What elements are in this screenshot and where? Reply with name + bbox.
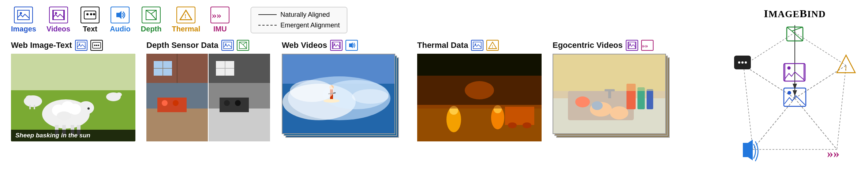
svg-point-24 [98,45,99,46]
images-label: Images [11,25,36,33]
svg-text:!: ! [492,44,493,49]
svg-point-43 [116,92,122,97]
videos-label: Videos [46,25,70,33]
dashed-line [258,25,277,26]
videos-icon [49,7,68,23]
svg-point-37 [57,111,71,120]
svg-point-139 [741,61,744,64]
section-header-web-videos: Web Videos [282,40,406,51]
svg-point-1 [20,12,22,14]
imagebind-svg: ! »» [733,23,857,177]
section-egocentric-videos: Egocentric Videos »» [553,40,677,141]
depth-gray-image [209,54,270,141]
section-title-web-image-text: Web Image-Text [11,41,72,50]
audio-label: Audio [110,25,131,33]
section-title-egocentric: Egocentric Videos [553,41,623,50]
svg-rect-110 [647,89,653,109]
svg-marker-136 [743,140,753,160]
web-videos-images [282,54,406,141]
svg-point-8 [86,13,89,15]
svg-point-82 [323,99,340,103]
svg-point-83 [290,80,334,102]
svg-rect-0 [18,10,29,20]
imagebind-b-text: B [800,7,807,19]
text-icon [81,7,100,23]
text-label: Text [83,25,97,33]
section-header-web-image-text: Web Image-Text [11,40,135,51]
svg-rect-4 [53,10,64,20]
svg-rect-44 [224,42,232,49]
depth-color-image [146,54,208,141]
svg-point-3 [55,12,57,14]
svg-point-36 [69,104,81,115]
solid-line [258,14,277,15]
svg-line-49 [243,45,247,49]
section-web-videos: Web Videos [282,40,406,141]
svg-rect-100 [628,42,636,49]
svg-point-114 [575,96,590,107]
depth-icon [142,7,161,23]
imu-icon: »» [210,7,229,23]
section-title-web-videos: Web Videos [282,41,327,50]
svg-point-29 [87,107,90,110]
svg-line-14 [151,10,156,14]
section-web-image-text: Web Image-Text [11,40,135,141]
legend-box: Naturally Aligned Emergent Alignment [251,7,347,33]
section-header-egocentric: Egocentric Videos »» [553,40,677,51]
thermal-label: Thermal [172,25,200,33]
svg-line-131 [792,27,803,31]
svg-line-15 [151,14,156,20]
svg-line-121 [744,65,795,98]
imagebind-title-text: I [764,7,768,19]
svg-rect-25 [11,54,135,90]
svg-rect-61 [209,109,270,141]
svg-text:»»: »» [642,42,648,49]
section-icon-image [75,40,87,51]
imagebind-diagram: IMAGEBIND ! »» [733,7,857,183]
section-thermal-data: Thermal Data ! [417,40,542,141]
svg-text:»»: »» [827,147,839,160]
section-icon-image-thermal [471,40,483,51]
modality-imu: »» IMU [210,7,229,33]
svg-rect-40 [29,105,31,109]
svg-rect-41 [34,105,35,109]
svg-line-132 [792,31,803,41]
svg-line-47 [239,42,243,45]
svg-line-124 [837,65,846,149]
surf-main-image [282,54,395,134]
section-title-depth: Depth Sensor Data [146,41,218,50]
legend-emergent-alignment-text: Emergent Alignment [280,22,340,29]
svg-point-23 [96,45,97,46]
svg-line-126 [744,65,753,149]
svg-point-97 [508,122,517,128]
svg-rect-113 [553,54,666,91]
svg-point-56 [173,100,179,106]
svg-point-142 [787,91,791,95]
svg-rect-54 [157,98,187,112]
legend-emergent-alignment: Emergent Alignment [258,22,340,29]
svg-point-140 [745,61,747,64]
web-image-text-image: Sheep basking in the sun [11,54,135,141]
modality-images: Images [11,7,36,33]
section-icon-image-depth [221,40,234,51]
svg-rect-69 [332,42,340,49]
section-depth-sensor: Depth Sensor Data [146,40,271,141]
caption-sheep: Sheep basking in the sun [11,130,135,141]
modality-audio: Audio [110,7,131,33]
svg-point-115 [592,101,603,110]
depth-label: Depth [141,25,162,33]
section-icon-video [330,40,343,51]
section-icon-video-ego [626,40,638,51]
section-icon-text [90,40,103,51]
thermal-image [417,54,542,141]
legend-naturally-aligned-text: Naturally Aligned [280,11,330,19]
thermal-icon: ! [176,7,195,23]
section-title-thermal: Thermal Data [417,41,468,50]
svg-point-65 [235,100,241,106]
audio-icon [111,7,130,23]
modality-videos: Videos [46,7,70,33]
section-icon-depth-3d [237,40,249,51]
svg-point-64 [224,100,230,106]
svg-text:!: ! [184,13,186,19]
svg-rect-2 [53,10,64,20]
